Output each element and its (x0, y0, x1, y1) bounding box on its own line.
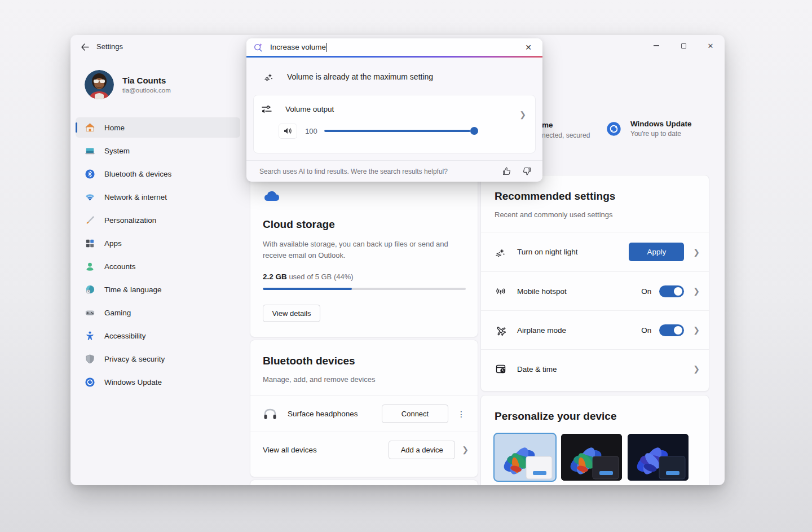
sidebar-item-label: Privacy & security (104, 355, 165, 363)
maximize-icon (681, 43, 686, 49)
storage-used-value: 2.2 GB (263, 272, 287, 281)
volume-output-card[interactable]: Volume output ❯ 100 (253, 95, 536, 153)
sidebar-item-label: Time & language (104, 285, 162, 294)
thumbs-down-button[interactable] (519, 164, 535, 179)
cloud-storage-card: Cloud storage With available storage, yo… (250, 176, 478, 337)
clipped-card-stub (250, 480, 478, 485)
sidebar-item-apps[interactable]: Apps (76, 233, 240, 253)
chevron-right-icon: ❯ (693, 364, 700, 373)
slider-thumb[interactable] (470, 127, 478, 135)
speaker-button[interactable] (279, 124, 297, 139)
recommended-settings-subtitle: Recent and commonly used settings (495, 209, 695, 221)
bluetooth-icon (85, 169, 95, 179)
network-icon (85, 192, 95, 203)
ai-answer-row[interactable]: Volume is already at the maximum setting (246, 58, 542, 95)
profile-email: tia@outlook.com (122, 87, 171, 94)
date-time-row[interactable]: Date & time ❯ (481, 349, 709, 388)
storage-progress-bar (263, 288, 466, 290)
windows-update-icon (85, 377, 95, 388)
time-language-icon (85, 284, 95, 295)
chevron-right-icon: ❯ (693, 287, 700, 296)
storage-used-detail: used of 5 GB (44%) (287, 272, 354, 281)
ai-disclaimer-text: Search uses AI to find results. Were the… (259, 168, 494, 175)
accessibility-icon (85, 331, 95, 341)
ai-search-icon (253, 42, 263, 52)
search-footer: Search uses AI to find results. Were the… (246, 160, 542, 182)
bluetooth-devices-subtitle: Manage, add, and remove devices (263, 374, 465, 385)
airplane-mode-state: On (641, 326, 651, 335)
sidebar-item-accessibility[interactable]: Accessibility (76, 326, 240, 346)
theme-thumbnail-dark[interactable] (561, 434, 622, 481)
personalize-title: Personalize your device (495, 410, 695, 423)
search-bar[interactable]: Increase volume ✕ (246, 38, 542, 56)
text-caret (326, 43, 327, 52)
home-icon (85, 122, 95, 133)
sidebar-item-gaming[interactable]: Gaming (76, 302, 240, 323)
sidebar-item-label: Personalization (104, 216, 156, 225)
sidebar-item-network[interactable]: Network & internet (76, 187, 240, 207)
sidebar-item-label: Apps (104, 239, 122, 248)
view-details-button[interactable]: View details (263, 305, 320, 322)
thumbs-down-icon (522, 166, 532, 176)
theme-thumbnails (495, 434, 695, 481)
theme-thumbnail-blue[interactable] (628, 434, 689, 481)
slider-track (324, 130, 478, 132)
mobile-hotspot-state: On (641, 287, 651, 296)
sidebar-item-accounts[interactable]: Accounts (76, 256, 240, 276)
volume-slider[interactable] (324, 126, 478, 135)
close-icon: ✕ (708, 42, 714, 50)
mobile-hotspot-label: Mobile hotspot (517, 287, 641, 296)
back-arrow-icon (81, 43, 89, 51)
windows-update-status[interactable]: Windows Update You're up to date (606, 120, 692, 138)
theme-thumbnail-light[interactable] (495, 434, 555, 481)
sparkle-icon (263, 71, 275, 82)
update-title: Windows Update (630, 120, 692, 128)
view-all-devices-row[interactable]: View all devices Add a device ❯ (250, 432, 478, 467)
sidebar-item-time-language[interactable]: Time & language (76, 279, 240, 300)
connect-button[interactable]: Connect (382, 405, 448, 423)
night-light-label: Turn on night light (517, 248, 629, 256)
sidebar-item-privacy[interactable]: Privacy & security (76, 349, 240, 369)
ai-answer-text: Volume is already at the maximum setting (287, 72, 433, 81)
add-device-button[interactable]: Add a device (389, 441, 455, 459)
network-status-fragment: me nected, secured (542, 121, 604, 139)
sidebar-item-windows-update[interactable]: Windows Update (76, 372, 240, 392)
mobile-hotspot-row: Mobile hotspot On ❯ (481, 271, 709, 310)
avatar (85, 70, 114, 99)
cloud-storage-description: With available storage, you can back up … (263, 239, 454, 261)
chevron-right-icon: ❯ (519, 110, 526, 119)
sidebar-item-label: Home (104, 124, 125, 132)
mobile-hotspot-toggle[interactable] (659, 285, 684, 297)
personalization-icon (85, 215, 95, 226)
airplane-mode-toggle[interactable] (659, 324, 684, 336)
maximize-button[interactable] (674, 38, 693, 53)
accounts-icon (85, 261, 95, 272)
sidebar-item-system[interactable]: System (76, 140, 240, 161)
sidebar-item-bluetooth[interactable]: Bluetooth & devices (76, 164, 240, 184)
cloud-storage-title: Cloud storage (263, 218, 465, 231)
night-light-icon (495, 246, 507, 258)
search-input[interactable]: Increase volume (270, 43, 521, 52)
thumbs-up-button[interactable] (498, 164, 514, 179)
volume-output-label: Volume output (285, 105, 527, 113)
storage-usage-text: 2.2 GB used of 5 GB (44%) (263, 272, 465, 281)
close-button[interactable]: ✕ (701, 38, 720, 53)
minimize-button[interactable] (647, 38, 666, 53)
device-name: Surface headphones (288, 410, 358, 418)
sidebar: Tia Counts tia@outlook.com Home System B… (70, 58, 250, 485)
sidebar-nav: Home System Bluetooth & devices Network … (76, 117, 240, 395)
profile-block[interactable]: Tia Counts tia@outlook.com (85, 70, 171, 99)
date-time-label: Date & time (517, 365, 684, 373)
apps-icon (85, 238, 95, 249)
search-close-button[interactable]: ✕ (521, 41, 536, 54)
search-dropdown: Increase volume ✕ Volume is already at t… (246, 38, 542, 182)
speaker-icon (284, 127, 293, 135)
back-button[interactable] (77, 40, 92, 54)
date-time-icon (495, 363, 507, 375)
sidebar-item-label: Accessibility (104, 332, 146, 340)
apply-button[interactable]: Apply (629, 243, 684, 261)
sidebar-item-personalization[interactable]: Personalization (76, 210, 240, 230)
more-options-icon[interactable]: ⋮ (454, 407, 469, 421)
sidebar-item-home[interactable]: Home (76, 117, 240, 138)
storage-progress-fill (263, 288, 352, 290)
